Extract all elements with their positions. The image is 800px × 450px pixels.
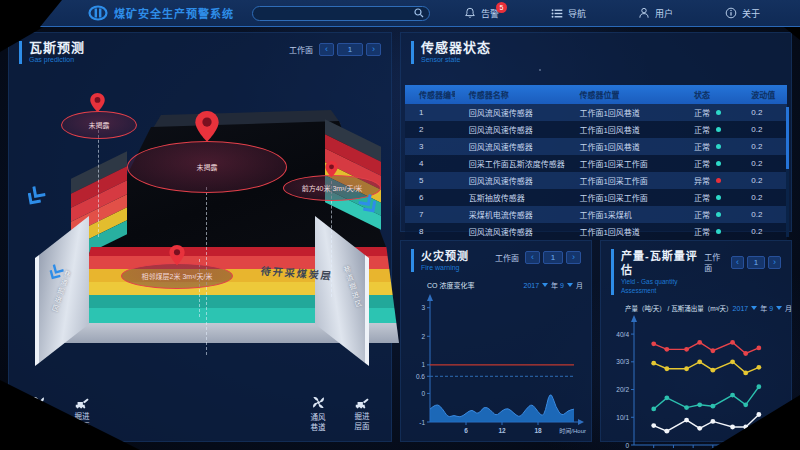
svg-text:0: 0 <box>421 390 425 397</box>
scrollbar-thumb[interactable] <box>786 107 789 169</box>
legend-text: 巷道 <box>311 423 326 432</box>
panel-subtitle: Fire warning <box>421 263 469 272</box>
pager-label: 工作面 <box>289 44 313 55</box>
legend-text: 巷道 <box>31 423 46 432</box>
status-ok-dot <box>716 229 721 234</box>
month-select[interactable]: 9 <box>560 282 564 289</box>
status-alarm-dot <box>716 178 721 183</box>
table-row[interactable]: 1 回风流风速传感器 工作面1回风巷道 正常 0.2 <box>405 104 787 121</box>
svg-text:时间/Hour: 时间/Hour <box>559 427 586 435</box>
bell-icon <box>464 7 476 19</box>
info-icon <box>725 7 737 19</box>
pager-next-button[interactable]: › <box>566 251 581 264</box>
legend-heading-face: 掘进层面 <box>347 395 377 433</box>
cell-location: 工作面1回采工作面 <box>565 192 680 203</box>
pager-page-number: 1 <box>337 43 363 56</box>
table-scrollbar[interactable] <box>786 107 789 237</box>
table-row[interactable]: 3 回风流风速传感器 工作面1回风巷道 正常 0.2 <box>405 138 787 155</box>
miner-icon <box>74 395 90 409</box>
cell-id: 6 <box>405 193 455 202</box>
pager-next-button[interactable]: › <box>366 43 381 56</box>
workface-pager: 工作面 ‹ 1 › <box>495 251 581 264</box>
marker-leader-line <box>98 125 99 237</box>
co-rate-area-chart: 3210.60-161218时间/Hour <box>404 292 588 442</box>
svg-text:30/3: 30/3 <box>616 358 629 365</box>
nav-item-navigation[interactable]: 导航 <box>525 7 612 20</box>
pager-page-number: 1 <box>747 256 765 269</box>
table-row[interactable]: 6 瓦斯抽放传感器 工作面1回采工作面 正常 0.2 <box>405 189 787 206</box>
cell-location: 工作面1回风巷道 <box>565 124 680 135</box>
svg-text:12: 12 <box>498 427 506 434</box>
dropdown-caret-icon[interactable] <box>567 283 573 287</box>
cell-name: 采煤机电流传感器 <box>455 209 566 220</box>
cell-status: 正常 <box>694 209 710 220</box>
gas-marker-unexposed-left: 未揭露 <box>61 111 137 139</box>
location-pin-icon <box>169 245 185 266</box>
table-row[interactable]: 7 采煤机电流传感器 工作面1采煤机 正常 0.2 <box>405 206 787 223</box>
mine-3d-scene: 巷道掘进区 巷道掘进区 <box>9 69 393 399</box>
pager-prev-button[interactable]: ‹ <box>731 256 744 269</box>
gas-marker-adjacent-seam: 相邻煤层2米 3m³/天/米 <box>121 263 233 289</box>
date-unit: 月 <box>576 280 583 290</box>
cell-location: 工作面1回风巷道 <box>565 141 680 152</box>
marker-label: 未揭露 <box>197 162 218 172</box>
cell-status: 正常 <box>694 141 710 152</box>
column-header: 传感器编号 <box>405 89 455 100</box>
panel-subtitle: Sensor state <box>421 55 491 64</box>
pager-prev-button[interactable]: ‹ <box>525 251 540 264</box>
month-select[interactable]: 9 <box>769 305 773 312</box>
user-icon <box>638 7 650 19</box>
dropdown-caret-icon[interactable] <box>776 306 782 310</box>
cell-name: 回风流风速传感器 <box>455 226 566 237</box>
miner-icon <box>354 395 370 409</box>
nav-item-alerts[interactable]: 告警 5 <box>438 7 525 20</box>
table-row[interactable]: 2 回风流风速传感器 工作面1回风巷道 正常 0.2 <box>405 121 787 138</box>
panel-title-block: 瓦斯预测 Gas prediction <box>19 41 85 64</box>
cell-name: 瓦斯抽放传感器 <box>455 192 566 203</box>
year-select[interactable]: 2017 <box>524 282 540 289</box>
table-row[interactable]: 4 回采工作面瓦斯浓度传感器 工作面1回采工作面 正常 0.2 <box>405 155 787 172</box>
pager-next-button[interactable]: › <box>768 256 781 269</box>
dropdown-caret-icon[interactable] <box>542 283 548 287</box>
legend-text: 回风 <box>31 413 46 422</box>
table-row[interactable]: 5 回风流风速传感器 工作面1回采工作面 异常 0.2 <box>405 172 787 189</box>
yield-gas-line-chart: 40/430/320/210/10369121518日期/Date <box>604 313 788 450</box>
search-icon[interactable] <box>414 8 424 18</box>
panel-subtitle: Gas prediction <box>29 55 85 64</box>
pager-prev-button[interactable]: ‹ <box>319 43 334 56</box>
year-select[interactable]: 2017 <box>733 305 749 312</box>
svg-text:10/1: 10/1 <box>616 414 629 421</box>
nav-item-user[interactable]: 用户 <box>612 7 699 20</box>
cell-status: 正常 <box>694 226 710 237</box>
status-ok-dot <box>716 212 721 217</box>
cell-value: 0.2 <box>737 176 787 185</box>
sensor-table-header: 传感器编号 传感器名称 传感器位置 状态 波动值 <box>405 85 787 104</box>
cell-status: 正常 <box>694 192 710 203</box>
legend-text: 掘进 <box>75 412 90 421</box>
yield-gas-assessment-panel: 产量-瓦斯量评估 Yield - Gas quantity Assessment… <box>600 240 792 442</box>
cell-id: 1 <box>405 108 455 117</box>
status-ok-dot <box>716 161 721 166</box>
scene-legend-right: 通风巷道 掘进层面 <box>303 395 377 433</box>
panel-title-block: 产量-瓦斯量评估 Yield - Gas quantity Assessment <box>611 249 704 295</box>
nav-item-about[interactable]: 关于 <box>699 7 786 20</box>
search-input[interactable] <box>252 6 430 21</box>
svg-text:2: 2 <box>421 333 425 340</box>
location-pin-icon <box>195 111 219 143</box>
svg-text:1: 1 <box>421 361 425 368</box>
pager-label: 工作面 <box>495 252 519 263</box>
cell-location: 工作面1回风巷道 <box>565 107 680 118</box>
dropdown-caret-icon[interactable] <box>751 306 757 310</box>
date-selector: 2017 年 9 月 <box>524 280 583 290</box>
cell-id: 3 <box>405 142 455 151</box>
legend-text: 掘进 <box>355 412 370 421</box>
app-title: 煤矿安全生产预警系统 <box>114 5 234 21</box>
cell-id: 2 <box>405 125 455 134</box>
svg-text:0.6: 0.6 <box>416 373 425 380</box>
legend-ventilation: 通风巷道 <box>303 395 333 433</box>
cell-value: 0.2 <box>737 227 787 236</box>
nav-item-label: 关于 <box>742 7 760 20</box>
table-row[interactable]: 8 回风流风速传感器 工作面1回风巷道 正常 0.2 <box>405 223 787 240</box>
cell-id: 4 <box>405 159 455 168</box>
pager-label: 工作面 <box>704 251 725 273</box>
